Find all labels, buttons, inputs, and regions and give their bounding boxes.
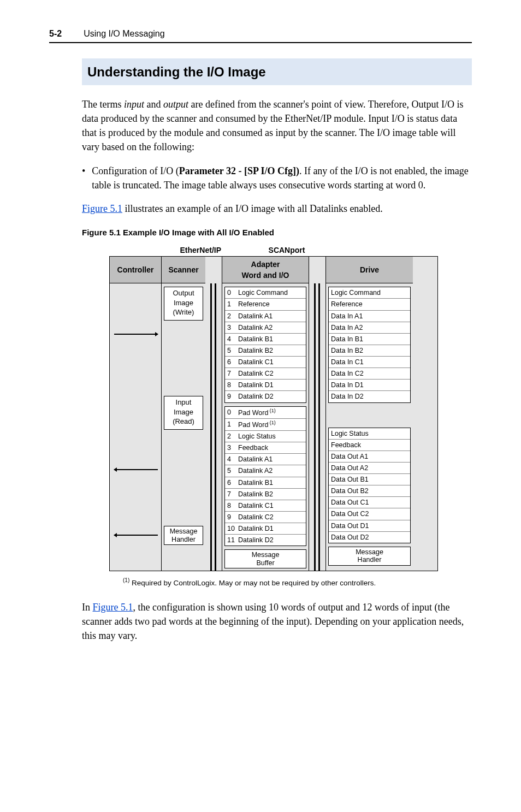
label-ethernet-ip: EtherNet/IP xyxy=(109,245,227,256)
list-item: 9Datalink C2 xyxy=(225,512,306,523)
scanner-msg-box: Message Handler xyxy=(164,526,203,545)
drive-output-list: Logic CommandReferenceData In A1Data In … xyxy=(328,287,411,402)
drive-column: Logic CommandReferenceData In A1Data In … xyxy=(325,283,413,571)
list-item: 5Datalink A2 xyxy=(225,465,306,477)
link-figure-5-1[interactable]: Figure 5.1 xyxy=(82,203,122,214)
list-item: 8Datalink D1 xyxy=(225,380,306,391)
list-item: 4Datalink B1 xyxy=(225,334,306,345)
list-item: Data In D2 xyxy=(329,391,410,402)
list-item: 7Datalink B2 xyxy=(225,489,306,500)
ethernet-bus xyxy=(205,283,222,571)
list-item: Data Out B2 xyxy=(329,485,410,497)
hdr-adapter: Adapter Word and I/O xyxy=(222,257,309,284)
list-item: Data Out A2 xyxy=(329,463,410,474)
scanner-input-box: Input Image (Read) xyxy=(164,396,203,430)
list-item: Data Out B1 xyxy=(329,474,410,485)
list-item: 8Datalink C1 xyxy=(225,500,306,512)
list-item: Data In C2 xyxy=(329,368,410,380)
list-item: 2Datalink A1 xyxy=(225,311,306,322)
figure-caption: Figure 5.1 Example I/O Image with All I/… xyxy=(82,227,472,239)
bullet-config-io: • Configuration of I/O (Parameter 32 - [… xyxy=(82,164,472,192)
list-item: Data Out D2 xyxy=(329,532,410,543)
list-item: 7Datalink C2 xyxy=(225,368,306,380)
bullet-dot: • xyxy=(82,164,85,192)
page-header: 5-2 Using I/O Messaging xyxy=(49,27,472,43)
scanport-bus xyxy=(309,283,325,571)
arrow-read-icon xyxy=(114,469,158,470)
list-item: 1Reference xyxy=(225,299,306,310)
list-item: Data In A2 xyxy=(329,322,410,334)
list-item: Data Out A1 xyxy=(329,451,410,463)
list-item: Feedback xyxy=(329,440,410,451)
scanner-column: Output Image (Write) Input Image (Read) … xyxy=(162,283,205,571)
list-item: 3Datalink A2 xyxy=(225,322,306,334)
list-item: Data Out C2 xyxy=(329,508,410,520)
adapter-column: 0Logic Command1Reference2Datalink A13Dat… xyxy=(222,283,309,571)
list-item: 6Datalink C1 xyxy=(225,357,306,368)
list-item: Data In B1 xyxy=(329,334,410,345)
list-item: Data In D1 xyxy=(329,380,410,391)
list-item: Logic Command xyxy=(329,287,410,299)
para-figure-ref: Figure 5.1 illustrates an example of an … xyxy=(82,201,472,216)
list-item: Data Out C1 xyxy=(329,497,410,508)
arrow-msg-left-icon xyxy=(114,535,158,536)
list-item: 9Datalink D2 xyxy=(225,391,306,402)
para-intro: The terms input and output are defined f… xyxy=(82,97,472,154)
list-item: 0Pad Word (1) xyxy=(225,407,306,419)
io-diagram: EtherNet/IP SCANport Controller Scanner … xyxy=(109,245,472,571)
list-item: Data In C1 xyxy=(329,357,410,368)
list-item: Logic Status xyxy=(329,428,410,440)
list-item: 10Datalink D1 xyxy=(225,523,306,535)
hdr-drive: Drive xyxy=(325,257,413,284)
chapter-title: Using I/O Messaging xyxy=(84,27,165,40)
label-scanport: SCANport xyxy=(227,245,347,256)
adapter-input-list: 0Pad Word (1)1Pad Word (1)2Logic Status3… xyxy=(224,406,306,547)
footnote: (1) Required by ControlLogix. May or may… xyxy=(123,577,472,588)
list-item: 0Logic Command xyxy=(225,287,306,299)
list-item: 4Datalink A1 xyxy=(225,454,306,465)
list-item: 2Logic Status xyxy=(225,431,306,442)
list-item: Data Out D1 xyxy=(329,520,410,532)
controller-column xyxy=(110,283,162,571)
hdr-controller: Controller xyxy=(110,257,162,284)
hdr-scanner: Scanner xyxy=(162,257,205,284)
scanner-output-box: Output Image (Write) xyxy=(164,287,203,321)
list-item: 6Datalink B1 xyxy=(225,477,306,489)
adapter-msg-box: Message Buffer xyxy=(224,549,306,568)
drive-input-list: Logic StatusFeedbackData Out A1Data Out … xyxy=(328,428,411,543)
list-item: Data In A1 xyxy=(329,311,410,322)
para-config-summary: In Figure 5.1, the configuration is show… xyxy=(82,600,472,643)
list-item: Reference xyxy=(329,299,410,310)
drive-msg-box: Message Handler xyxy=(328,547,411,566)
list-item: 5Datalink B2 xyxy=(225,345,306,357)
list-item: 3Feedback xyxy=(225,442,306,454)
list-item: 11Datalink D2 xyxy=(225,535,306,546)
link-figure-5-1b[interactable]: Figure 5.1 xyxy=(93,602,133,613)
arrow-write-icon xyxy=(114,334,158,335)
page-number: 5-2 xyxy=(49,27,62,40)
adapter-output-list: 0Logic Command1Reference2Datalink A13Dat… xyxy=(224,287,306,402)
list-item: Data In B2 xyxy=(329,345,410,357)
section-heading: Understanding the I/O Image xyxy=(82,58,472,85)
list-item: 1Pad Word (1) xyxy=(225,419,306,431)
